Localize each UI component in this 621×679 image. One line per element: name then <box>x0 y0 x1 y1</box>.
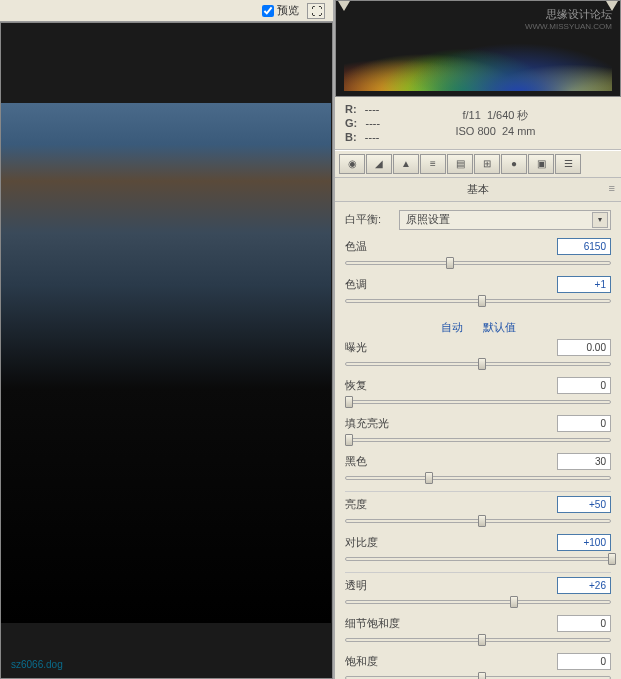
exif-readout: f/11 1/640 秒 ISO 800 24 mm <box>380 103 611 143</box>
tool-lens2-icon[interactable]: ⊞ <box>474 154 500 174</box>
shadow-clip-icon[interactable] <box>338 1 350 11</box>
tool-lens-icon[interactable]: ◉ <box>339 154 365 174</box>
tint-slider[interactable] <box>345 294 611 308</box>
tint-value[interactable] <box>557 276 611 293</box>
contrast-row: 对比度 <box>345 534 611 566</box>
preview-viewport[interactable]: sz6066.dog <box>0 22 333 679</box>
chevron-down-icon[interactable]: ▾ <box>592 212 608 228</box>
brightness-value[interactable] <box>557 496 611 513</box>
tool-detail-icon[interactable]: ▲ <box>393 154 419 174</box>
tool-toolbar: ◉ ◢ ▲ ≡ ▤ ⊞ ● ▣ ☰ <box>335 150 621 178</box>
tool-preset-icon[interactable]: ☰ <box>555 154 581 174</box>
clarity-slider[interactable] <box>345 595 611 609</box>
default-link[interactable]: 默认值 <box>483 320 516 335</box>
brightness-slider[interactable] <box>345 514 611 528</box>
tool-split-icon[interactable]: ▤ <box>447 154 473 174</box>
wb-label: 白平衡: <box>345 212 393 227</box>
black-value[interactable] <box>557 453 611 470</box>
panel-menu-icon[interactable]: ≡ <box>609 182 615 194</box>
filename-label: sz6066.dog <box>11 659 63 670</box>
tone-links: 自动 默认值 <box>345 314 611 339</box>
tool-curve-icon[interactable]: ◢ <box>366 154 392 174</box>
recovery-slider[interactable] <box>345 395 611 409</box>
wb-row: 白平衡: 原照设置 ▾ <box>345 210 611 230</box>
preview-checkbox[interactable] <box>262 5 274 17</box>
exposure-slider[interactable] <box>345 357 611 371</box>
adjust-panel: 思缘设计论坛 WWW.MISSYUAN.COM R:---- G:---- B:… <box>333 0 621 679</box>
fullscreen-icon[interactable]: ⛶ <box>307 3 325 19</box>
contrast-value[interactable] <box>557 534 611 551</box>
fill-value[interactable] <box>557 415 611 432</box>
contrast-slider[interactable] <box>345 552 611 566</box>
wb-select[interactable]: 原照设置 ▾ <box>399 210 611 230</box>
vibrance-value[interactable] <box>557 615 611 632</box>
panel-body: 白平衡: 原照设置 ▾ 色温 色调 自动 默认值 曝光 恢复 填充亮光 <box>335 202 621 679</box>
clarity-row: 透明 <box>345 577 611 609</box>
temp-slider[interactable] <box>345 256 611 270</box>
watermark: 思缘设计论坛 WWW.MISSYUAN.COM <box>525 7 612 31</box>
fill-slider[interactable] <box>345 433 611 447</box>
vibrance-slider[interactable] <box>345 633 611 647</box>
photo-preview <box>1 103 331 623</box>
tool-fx-icon[interactable]: ● <box>501 154 527 174</box>
preview-checkbox-wrap[interactable]: 预览 <box>262 3 299 18</box>
histogram[interactable]: 思缘设计论坛 WWW.MISSYUAN.COM <box>335 0 621 97</box>
temp-value[interactable] <box>557 238 611 255</box>
preview-toolbar: 预览 ⛶ <box>0 0 333 22</box>
saturation-row: 饱和度 <box>345 653 611 679</box>
exposure-row: 曝光 <box>345 339 611 371</box>
black-row: 黑色 <box>345 453 611 485</box>
tool-camera-icon[interactable]: ▣ <box>528 154 554 174</box>
clarity-value[interactable] <box>557 577 611 594</box>
rgb-readout: R:---- G:---- B:---- <box>345 103 380 143</box>
black-slider[interactable] <box>345 471 611 485</box>
preview-pane: 预览 ⛶ sz6066.dog <box>0 0 333 679</box>
saturation-value[interactable] <box>557 653 611 670</box>
panel-title: 基本 ≡ <box>335 178 621 202</box>
saturation-slider[interactable] <box>345 671 611 679</box>
tint-row: 色调 <box>345 276 611 308</box>
meta-readout: R:---- G:---- B:---- f/11 1/640 秒 ISO 80… <box>335 97 621 150</box>
temp-row: 色温 <box>345 238 611 270</box>
recovery-row: 恢复 <box>345 377 611 409</box>
tool-grayscale-icon[interactable]: ≡ <box>420 154 446 174</box>
vibrance-row: 细节饱和度 <box>345 615 611 647</box>
recovery-value[interactable] <box>557 377 611 394</box>
brightness-row: 亮度 <box>345 496 611 528</box>
exposure-value[interactable] <box>557 339 611 356</box>
preview-label: 预览 <box>277 3 299 18</box>
fill-row: 填充亮光 <box>345 415 611 447</box>
auto-link[interactable]: 自动 <box>441 320 463 335</box>
